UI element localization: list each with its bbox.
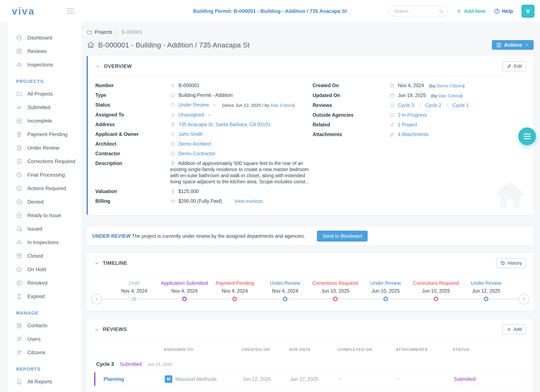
sidebar-item-on-hold[interactable]: On Hold (8, 263, 81, 276)
sidebar-item-actions-required[interactable]: Actions Required (8, 182, 81, 195)
status-banner: UNDER REVIEW The project is currently un… (87, 227, 534, 245)
viva-logo[interactable]: viva (12, 5, 35, 17)
help-button[interactable]: Help (494, 8, 513, 14)
breadcrumb-root[interactable]: Projects (95, 29, 112, 35)
timeline-title[interactable]: TIMELINE (94, 260, 127, 266)
review-name-link[interactable]: Planning (97, 376, 165, 382)
sidebar-item-submitted[interactable]: Submitted (8, 101, 81, 114)
check-square-icon (390, 103, 395, 108)
field-attachments: Attachments 4 Attachments (313, 131, 526, 138)
timeline-event-dot[interactable] (232, 297, 237, 301)
sidebar-item-payment-pending[interactable]: Payment Pending (8, 128, 81, 141)
chevron-down-icon[interactable] (207, 112, 212, 117)
status-dropdown[interactable]: Under Review (179, 102, 209, 108)
sidebar-item-ready-to-issue[interactable]: Ready to Issue (8, 209, 81, 222)
sidebar-item-revoked[interactable]: Revoked (8, 276, 81, 290)
home-icon (170, 93, 175, 98)
actions-button[interactable]: Actions (492, 40, 534, 50)
archive-icon (16, 253, 22, 259)
chevron-down-icon[interactable] (212, 102, 217, 108)
sidebar-item-in-inspections[interactable]: In Inspections (8, 236, 81, 249)
reviews-title[interactable]: REVIEWS (94, 326, 127, 332)
sidebar-item-users[interactable]: Users (8, 332, 81, 346)
review-row-planning-cycle-3[interactable]: Planning M Massoud Abolhoda Jun 12, 2025… (94, 372, 526, 386)
add-new-button[interactable]: Add New (456, 8, 485, 14)
related-project-link[interactable]: 1 Project (398, 122, 417, 128)
contractor-link[interactable]: Demo Contractor (179, 151, 215, 157)
timeline-next-button[interactable] (519, 294, 529, 304)
field-label: Attachments (313, 131, 390, 138)
sidebar-item-under-review[interactable]: Under Review (8, 141, 81, 155)
search-input[interactable] (393, 8, 439, 14)
applicant-owner-link[interactable]: John Smith (179, 131, 203, 137)
cycle-1-link[interactable]: Cycle 1 (452, 102, 469, 108)
sidebar-item-all-reports[interactable]: All Reports (8, 375, 81, 388)
history-button[interactable]: History (496, 258, 526, 268)
sidebar-item-corrections-required[interactable]: Corrections Required (8, 155, 81, 168)
timeline-event-dot[interactable] (283, 297, 287, 301)
sidebar-item-dashboard[interactable]: Dashboard (8, 31, 81, 45)
x-circle-icon (16, 199, 22, 205)
plus-icon (456, 8, 462, 14)
created-by-link[interactable]: Demo Citizen (436, 83, 463, 88)
sidebar-item-citizens[interactable]: Citizens (8, 346, 81, 359)
map-pin-icon (170, 122, 175, 127)
sidebar-item-issued[interactable]: Issued (8, 222, 81, 236)
status-cell: Submitted (454, 376, 526, 382)
person-icon (170, 132, 175, 137)
send-to-bluebeam-button[interactable]: Send to Bluebeam (317, 231, 368, 241)
check-circle-icon (16, 212, 22, 219)
sidebar-item-reviews[interactable]: Reviews (8, 45, 81, 58)
status-changed-by-link[interactable]: Dan Cotora (270, 103, 293, 108)
status-since-note: (since Jun 12, 2025 / by Dan Cotora) (222, 102, 295, 108)
timeline-event-dot[interactable] (182, 297, 187, 301)
floating-menu-button[interactable] (518, 127, 536, 145)
view-invoices-link[interactable]: View Invoices (235, 198, 263, 204)
sidebar-item-all-projects[interactable]: All Projects (8, 87, 81, 101)
sidebar-item-expired[interactable]: Expired (8, 290, 81, 303)
sidebar-item-inspections[interactable]: Inspections (8, 58, 81, 71)
add-review-button[interactable]: Add (502, 324, 526, 334)
breadcrumb: Projects B-000001 (87, 29, 534, 35)
chevron-down-icon (525, 43, 529, 47)
cycle-2-link[interactable]: Cycle 2 (425, 102, 441, 108)
assigned-to-dropdown[interactable]: Unassigned (179, 112, 204, 118)
sidebar-item-label: Final Processing (27, 172, 65, 178)
user-avatar[interactable]: V (521, 5, 535, 18)
architect-link[interactable]: Demo Architect (179, 141, 211, 147)
timeline-event-under-review-3: Under Review Jun 12, 2025 (461, 280, 511, 301)
sidebar-item-final-processing[interactable]: Final Processing (8, 168, 81, 182)
hourglass-icon (16, 293, 22, 300)
sidebar-item-incomplete[interactable]: Incomplete (8, 114, 81, 128)
timeline-event-dot[interactable] (384, 297, 388, 301)
sidebar-item-label: Submitted (27, 105, 50, 110)
timeline-event-dot[interactable] (484, 297, 488, 301)
field-type: Type Building Permit - Addition (95, 92, 313, 98)
chevron-down-icon (94, 327, 99, 332)
timeline-prev-button[interactable] (91, 294, 102, 304)
sidebar-toggle-hamburger-icon[interactable] (67, 8, 74, 14)
paperclip-icon (390, 132, 395, 137)
sidebar-item-denied[interactable]: Denied (8, 195, 81, 209)
timeline-event-date: Jun 10, 2025 (411, 288, 461, 294)
field-label: Applicant & Owner (95, 131, 170, 137)
updated-on-date: Jun 19, 2025 (398, 92, 426, 99)
sidebar-item-contacts[interactable]: Contacts (8, 319, 81, 332)
timeline-event-dot[interactable] (132, 297, 136, 301)
timeline-event-dot[interactable] (333, 297, 338, 301)
edit-button[interactable]: Edit (502, 61, 526, 71)
field-label: Outside Agencies (313, 112, 390, 118)
timeline-event-dot[interactable] (434, 297, 438, 301)
updated-by-link[interactable]: Dan Cotora (438, 93, 461, 98)
status-circle-icon (170, 102, 175, 108)
address-link[interactable]: 735 Anacapa St, Santa Barbara, CA 93101 (179, 121, 271, 128)
outside-agencies-link[interactable]: 2 In Progress (398, 112, 427, 118)
overview-title[interactable]: OVERVIEW (95, 63, 132, 69)
timeline-event-label: Under Review (360, 280, 411, 286)
field-contractor: Contractor Demo Contractor (95, 151, 313, 157)
chevron-down-icon (94, 261, 99, 266)
attachments-link[interactable]: 4 Attachments (398, 131, 429, 138)
sidebar-item-closed[interactable]: Closed (8, 249, 81, 263)
cycle-3-link[interactable]: Cycle 3 (398, 102, 414, 108)
note-suffix: ) (463, 83, 465, 88)
